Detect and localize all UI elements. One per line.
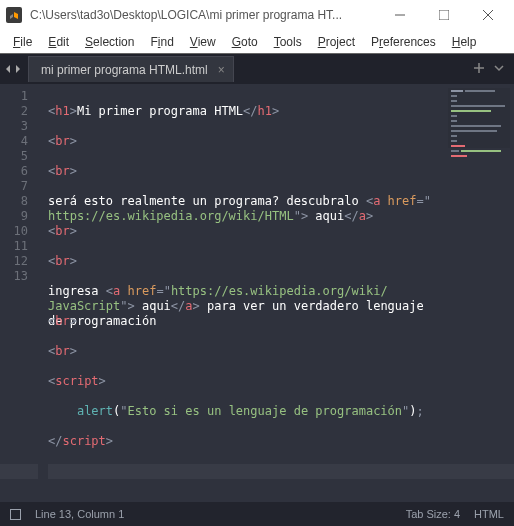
gutter: 123 45 67 89 101112 13 xyxy=(0,84,38,502)
minimize-button[interactable] xyxy=(378,1,422,29)
menu-selection[interactable]: Selection xyxy=(78,33,141,51)
close-button[interactable] xyxy=(466,1,510,29)
menu-project[interactable]: Project xyxy=(311,33,362,51)
status-cursor-pos[interactable]: Line 13, Column 1 xyxy=(35,508,124,520)
window-title: C:\Users\tad3o\Desktop\LOGICA\mi primer … xyxy=(30,8,370,22)
tab-prev-button[interactable] xyxy=(4,62,12,76)
menubar: File Edit Selection Find View Goto Tools… xyxy=(0,30,514,54)
status-panel-icon[interactable] xyxy=(10,509,21,520)
tab-nav-arrows xyxy=(4,62,28,76)
menu-preferences[interactable]: Preferences xyxy=(364,33,443,51)
titlebar: C:\Users\tad3o\Desktop\LOGICA\mi primer … xyxy=(0,0,514,30)
window-controls xyxy=(378,1,510,29)
app-icon xyxy=(6,7,22,23)
tab-label: mi primer programa HTML.html xyxy=(41,63,208,77)
new-tab-button[interactable] xyxy=(474,62,484,76)
tab-active[interactable]: mi primer programa HTML.html × xyxy=(28,56,234,82)
status-syntax[interactable]: HTML xyxy=(474,508,504,520)
tab-close-icon[interactable]: × xyxy=(218,63,225,77)
editor[interactable]: 123 45 67 89 101112 13 <h1>Mi primer pro… xyxy=(0,84,514,502)
statusbar: Line 13, Column 1 Tab Size: 4 HTML xyxy=(0,502,514,526)
tab-next-button[interactable] xyxy=(14,62,22,76)
menu-help[interactable]: Help xyxy=(445,33,484,51)
status-tab-size[interactable]: Tab Size: 4 xyxy=(406,508,460,520)
menu-file[interactable]: File xyxy=(6,33,39,51)
maximize-button[interactable] xyxy=(422,1,466,29)
tabbar: mi primer programa HTML.html × xyxy=(0,54,514,84)
menu-goto[interactable]: Goto xyxy=(225,33,265,51)
code-area[interactable]: <h1>Mi primer programa HTML</h1> <br> <b… xyxy=(38,84,514,502)
menu-find[interactable]: Find xyxy=(143,33,180,51)
menu-view[interactable]: View xyxy=(183,33,223,51)
menu-edit[interactable]: Edit xyxy=(41,33,76,51)
tab-dropdown-button[interactable] xyxy=(494,62,504,76)
menu-tools[interactable]: Tools xyxy=(267,33,309,51)
svg-rect-1 xyxy=(439,10,449,20)
minimap[interactable] xyxy=(448,88,510,148)
